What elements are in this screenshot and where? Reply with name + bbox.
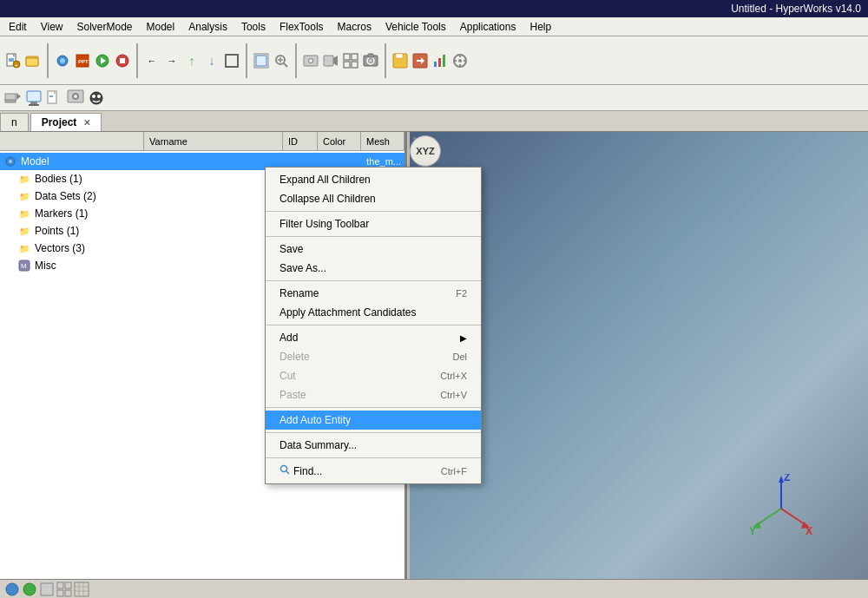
toolbar-screenshot-btn[interactable] (301, 51, 320, 70)
svg-point-69 (281, 466, 287, 472)
ctx-sep-2 (266, 236, 481, 237)
menu-help[interactable]: Help (523, 19, 558, 35)
toolbar-sep-5 (385, 43, 386, 78)
toolbar2-btn2[interactable] (24, 89, 43, 108)
toolbar-red-btn[interactable] (113, 51, 132, 70)
svg-text:+: + (15, 62, 18, 68)
menu-flextools[interactable]: FlexTools (273, 19, 331, 35)
toolbar-down-btn[interactable]: ↓ (202, 51, 221, 70)
misc-icon: M (17, 259, 31, 273)
svg-rect-18 (256, 56, 266, 66)
toolbar2-btn4[interactable] (66, 89, 85, 108)
ctx-expand-all[interactable]: Expand All Children (266, 170, 481, 189)
toolbar-open-btn[interactable] (23, 51, 43, 70)
ctx-save[interactable]: Save (266, 240, 481, 259)
ctx-data-summary[interactable]: Data Summary... (266, 436, 481, 455)
toolbar-fit-btn[interactable] (252, 51, 271, 70)
status-icon-3[interactable] (38, 581, 56, 598)
tab-project[interactable]: Project ✕ (30, 113, 102, 131)
svg-rect-87 (75, 582, 89, 596)
toolbar-green-btn[interactable] (93, 51, 112, 70)
svg-marker-27 (333, 56, 338, 66)
find-icon (279, 464, 290, 477)
col-header-mesh: Mesh (361, 132, 404, 150)
toolbar-video-btn[interactable] (321, 51, 340, 70)
toolbar-wheel-btn[interactable] (450, 51, 470, 70)
svg-text:Y: Y (749, 525, 756, 537)
status-icon-1[interactable] (3, 581, 21, 598)
toolbar-sep-4 (295, 43, 297, 78)
status-icon-2[interactable] (21, 581, 38, 598)
svg-rect-86 (65, 590, 71, 596)
toolbar-zoom-btn[interactable] (272, 51, 291, 70)
svg-rect-83 (57, 582, 63, 588)
toolbar-chart-btn[interactable] (431, 51, 450, 70)
svg-marker-52 (16, 93, 21, 100)
menu-solvermode[interactable]: SolverMode (69, 19, 139, 35)
svg-rect-35 (368, 54, 373, 57)
toolbar-export-btn[interactable] (411, 51, 430, 70)
tab-project-close[interactable]: ✕ (83, 118, 90, 128)
ctx-rename[interactable]: Rename F2 (266, 284, 481, 303)
toolbar-group-1: + (3, 51, 43, 70)
svg-rect-51 (5, 100, 16, 102)
svg-text:X: X (806, 525, 812, 537)
svg-point-66 (9, 160, 12, 163)
svg-rect-53 (27, 91, 41, 102)
menu-view[interactable]: View (34, 19, 70, 35)
toolbar-back-btn[interactable]: ← (142, 51, 161, 70)
svg-rect-31 (352, 62, 358, 68)
toolbar2-btn5[interactable] (87, 89, 106, 108)
svg-point-80 (6, 583, 18, 595)
ctx-add[interactable]: Add ▶ (266, 328, 481, 347)
svg-text:PPT: PPT (78, 59, 89, 64)
tree-item-datasets-label: Data Sets (2) (35, 190, 96, 202)
menu-edit[interactable]: Edit (2, 19, 34, 35)
toolbar-model-btn[interactable] (53, 51, 72, 70)
menu-model[interactable]: Model (140, 19, 182, 35)
toolbar2-btn1[interactable] (3, 89, 23, 108)
svg-rect-30 (344, 62, 350, 68)
svg-point-81 (23, 583, 36, 595)
toolbar-square-btn[interactable] (222, 51, 241, 70)
ctx-sep-3 (266, 280, 481, 281)
toolbar-new-btn[interactable]: + (3, 51, 23, 70)
ctx-collapse-all[interactable]: Collapse All Children (266, 189, 481, 208)
menu-tools[interactable]: Tools (234, 19, 273, 35)
col-header-id: ID (283, 132, 318, 150)
svg-line-20 (284, 63, 287, 67)
tabs-area: n Project ✕ (0, 111, 868, 132)
toolbar-save-btn[interactable] (391, 51, 410, 70)
status-icon-4[interactable] (56, 581, 73, 598)
toolbar-forward-btn[interactable]: → (162, 51, 181, 70)
ctx-save-as[interactable]: Save As... (266, 259, 481, 278)
toolbar-frame-btn[interactable] (341, 51, 360, 70)
tree-item-vectors-label: Vectors (3) (35, 242, 85, 254)
menu-macros[interactable]: Macros (331, 19, 378, 35)
menu-analysis[interactable]: Analysis (181, 19, 234, 35)
svg-point-63 (92, 95, 95, 98)
ctx-sep-4 (266, 325, 481, 325)
svg-point-34 (369, 59, 372, 62)
toolbar-up-btn[interactable]: ↑ (182, 51, 201, 70)
status-icon-5[interactable] (73, 581, 90, 598)
svg-rect-29 (352, 54, 358, 60)
ctx-paste-shortcut: Ctrl+V (440, 390, 467, 400)
toolbar2-btn3[interactable] (45, 89, 64, 108)
status-bar (0, 579, 868, 598)
ctx-add-auto-entity[interactable]: Add Auto Entity (266, 411, 481, 430)
ctx-delete: Delete Del (266, 347, 481, 366)
menu-vehicle-tools[interactable]: Vehicle Tools (378, 19, 453, 35)
folder-icon-points: 📁 (17, 224, 31, 238)
toolbar-sep-2 (136, 43, 138, 78)
toolbar-sep-3 (246, 43, 247, 78)
ctx-apply-attachment[interactable]: Apply Attachment Candidates (266, 303, 481, 322)
toolbar-ppt-btn[interactable]: PPT (73, 51, 92, 70)
ctx-filter-toolbar[interactable]: Filter Using Toolbar (266, 214, 481, 233)
ctx-find[interactable]: Find... Ctrl+F (266, 461, 481, 481)
menu-applications[interactable]: Applications (453, 19, 523, 35)
toolbar-camera-btn[interactable] (361, 51, 380, 70)
tab-n[interactable]: n (0, 113, 29, 131)
svg-rect-43 (443, 55, 445, 67)
panel-header: Varname ID Color Mesh (0, 132, 404, 151)
